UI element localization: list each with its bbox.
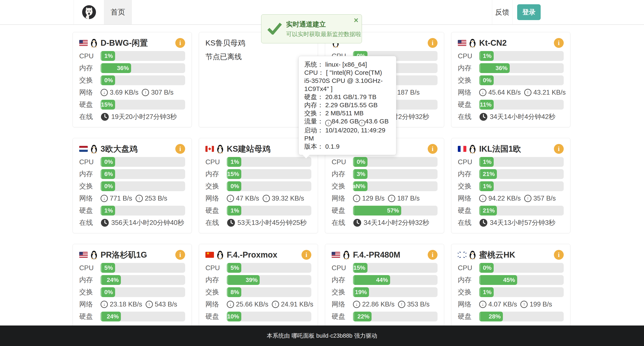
site-logo-avatar[interactable]	[81, 4, 97, 20]
progress-value: 0%	[357, 158, 365, 165]
info-icon[interactable]: i	[554, 38, 564, 48]
info-icon[interactable]: i	[554, 250, 564, 260]
info-icon[interactable]: i	[302, 250, 311, 260]
network-values: ↓22.86 KB/s↑353 B/s	[353, 300, 438, 308]
progress-fill: 19%	[353, 287, 369, 297]
stat-label: 硬盘	[206, 312, 227, 321]
progress-value: 28%	[489, 313, 501, 320]
info-icon[interactable]: i	[428, 38, 438, 48]
server-card: D-BWG-闲置iCPU1%内存36%交换0%网络↓3.69 KB/s↑307 …	[72, 32, 192, 127]
logo-item[interactable]	[74, 0, 104, 24]
tooltip-row: 版本： 0.1.9	[304, 142, 390, 150]
progress-value: 45%	[503, 276, 515, 284]
disk-row: 硬盘10%	[206, 312, 311, 322]
progress-value: 1%	[483, 158, 492, 165]
info-icon[interactable]: i	[428, 250, 438, 260]
online-time: 34天14小时4分钟42秒	[490, 112, 556, 121]
card-title-row: Kt-CN2i	[458, 37, 564, 49]
stat-label: 硬盘	[79, 100, 100, 109]
progress-value: 1%	[483, 289, 492, 296]
upload-arrow-icon: ↑	[263, 195, 270, 202]
progress-track: 57%	[353, 206, 438, 216]
progress-fill: 22%	[353, 312, 372, 322]
stat-label: 网络	[206, 194, 227, 203]
online-time: 356天14小时20分钟40秒	[111, 218, 184, 227]
disk-row: 硬盘1%	[206, 206, 311, 216]
swap-row: 交换0%	[458, 76, 564, 85]
linux-tux-icon	[90, 144, 98, 154]
progress-track: 1%	[100, 206, 185, 216]
server-card: Kt-CN2iCPU1%内存36%交换0%网络↓45.64 KB/s↑43.21…	[451, 32, 570, 127]
login-label: 登录	[522, 8, 536, 17]
stat-label: 硬盘	[458, 100, 479, 109]
stat-label: 内存	[79, 64, 100, 73]
download-speed: 22.86 KB/s	[362, 300, 394, 308]
card-title-row: 3欧大盘鸡i	[79, 143, 185, 155]
feedback-link[interactable]: 反馈	[492, 0, 512, 24]
tooltip-row: 硬盘： 20.81 GB/1.79 TB	[304, 93, 390, 101]
cpu-row: CPU15%	[332, 263, 438, 273]
stat-label: 网络	[458, 88, 479, 97]
online-duration: 356天14小时20分钟40秒	[100, 218, 185, 227]
upload-arrow-icon: ↑	[398, 301, 405, 308]
close-icon[interactable]: ×	[354, 16, 358, 25]
progress-track: 5%	[100, 263, 185, 273]
network-values: ↓23.18 KB/s↑543 B/s	[100, 300, 185, 308]
info-icon[interactable]: i	[428, 144, 438, 154]
stat-label: CPU	[206, 158, 227, 166]
card-title-row: F.4.-PR480Mi	[332, 249, 438, 261]
login-button[interactable]: 登录	[517, 4, 541, 20]
stat-label: CPU	[458, 264, 479, 272]
footer-suffix: 强力驱动	[354, 332, 377, 340]
info-icon[interactable]: i	[175, 250, 185, 260]
progress-track: 15%	[227, 169, 311, 179]
server-card: IKL法国1欧iCPU1%内存21%交换1%网络↓94.22 KB/s↑357 …	[451, 138, 570, 233]
download-speed: 45.64 KB/s	[488, 89, 521, 96]
footer-panel-link[interactable]: 哪吒面板 build·c23b88b	[292, 332, 352, 340]
progress-track: 3%	[353, 169, 438, 179]
stat-label: 硬盘	[79, 206, 100, 215]
tooltip-row: CPU： [ "Intel(R) Core(TM) i5-3570S CPU @…	[304, 68, 390, 93]
stat-label: 内存	[79, 169, 100, 179]
tooltip-row-label: 内存：	[304, 102, 325, 108]
toast-body: 实时通道建立 可以实时获取最新监控数据啦	[286, 20, 361, 38]
stat-label: 内存	[206, 275, 227, 285]
progress-value: 21%	[483, 207, 495, 214]
tooltip-row: 系统： linux- [x86_64]	[304, 60, 390, 68]
network-row: 网络↓22.86 KB/s↑353 B/s	[332, 300, 438, 309]
progress-fill: 3%	[353, 169, 368, 179]
upload-speed: 24.91 KB/s	[281, 300, 314, 308]
progress-fill: 0%	[100, 157, 115, 167]
swap-row: 交换1%	[458, 181, 564, 191]
disk-row: 硬盘24%	[79, 312, 185, 322]
upload-speed: 307 B/s	[151, 89, 174, 96]
server-name: PR洛杉矶1G	[100, 250, 175, 260]
tab-home[interactable]: 首页	[104, 0, 132, 24]
clock-icon	[479, 112, 488, 121]
upload-speed: 353 B/s	[407, 300, 430, 308]
country-flag-us	[332, 252, 340, 258]
memory-row: 内存39%	[206, 275, 311, 285]
memory-row: 内存36%	[458, 63, 564, 73]
info-icon[interactable]: i	[175, 144, 185, 154]
info-icon[interactable]: i	[554, 144, 564, 154]
progress-track: 36%	[479, 63, 564, 73]
network-values: ↓129 B/s↑187 B/s	[353, 194, 438, 202]
info-icon[interactable]: i	[175, 38, 185, 48]
stat-label: 网络	[79, 194, 100, 203]
progress-value: 0%	[104, 77, 113, 84]
disk-row: 硬盘1%	[79, 206, 185, 216]
stat-label: 在线	[79, 112, 100, 122]
progress-track: 24%	[100, 312, 185, 322]
progress-fill: 39%	[227, 275, 260, 285]
upload-speed: 43.21 KB/s	[534, 89, 566, 96]
progress-track: 0%	[227, 181, 311, 191]
cpu-row: CPU0%	[79, 157, 185, 167]
toast-message: 可以实时获取最新监控数据啦	[286, 30, 361, 38]
network-row: 网络↓129 B/s↑187 B/s	[332, 194, 438, 203]
stat-label: 交换	[206, 288, 227, 297]
country-flag-fr	[458, 146, 466, 152]
stat-label: 在线	[332, 218, 353, 228]
stat-label: 交换	[458, 288, 479, 297]
progress-value: 1%	[483, 183, 492, 190]
